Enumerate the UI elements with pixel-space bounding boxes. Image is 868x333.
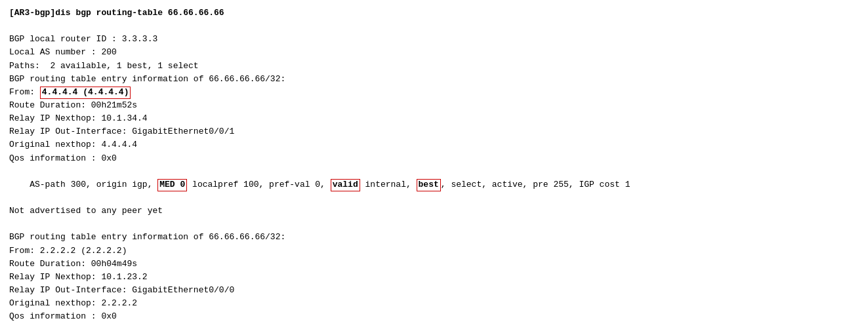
routing-table-entry-1: BGP routing table entry information of 6…	[9, 73, 859, 86]
command-line: [AR3-bgp]dis bgp routing-table 66.66.66.…	[9, 7, 859, 20]
routing-table-entry-2: BGP routing table entry information of 6…	[9, 231, 859, 244]
as-path-line-2: AS-path 100, origin igp, MED 1, localpre…	[9, 323, 859, 333]
terminal-window: [AR3-bgp]dis bgp routing-table 66.66.66.…	[0, 0, 868, 333]
valid-boxed: valid	[331, 179, 360, 191]
as-path-suffix-1: , select, active, pre 255, IGP cost 1	[441, 180, 630, 189]
relay-out-interface-2: Relay IP Out-Interface: GigabitEthernet0…	[9, 284, 859, 297]
from-line-1: From: 4.4.4.4 (4.4.4.4)	[9, 86, 859, 99]
local-as-number: Local AS number : 200	[9, 46, 859, 59]
qos-info-1: Qos information : 0x0	[9, 152, 859, 165]
original-nexthop-2: Original nexthop: 2.2.2.2	[9, 297, 859, 310]
as-path-prefix-1: AS-path 300, origin igp,	[30, 180, 157, 189]
best-boxed: best	[417, 179, 441, 191]
from-line-2: From: 2.2.2.2 (2.2.2.2)	[9, 245, 859, 258]
route-duration-2: Route Duration: 00h04m49s	[9, 258, 859, 271]
relay-nexthop-1: Relay IP Nexthop: 10.1.34.4	[9, 112, 859, 125]
qos-info-2: Qos information : 0x0	[9, 310, 859, 323]
route-duration-1: Route Duration: 00h21m52s	[9, 99, 859, 112]
relay-nexthop-2: Relay IP Nexthop: 10.1.23.2	[9, 271, 859, 284]
relay-out-interface-1: Relay IP Out-Interface: GigabitEthernet0…	[9, 125, 859, 138]
paths-info: Paths: 2 available, 1 best, 1 select	[9, 60, 859, 73]
bgp-router-id: BGP local router ID : 3.3.3.3	[9, 33, 859, 46]
as-path-middle2-1: internal,	[360, 180, 417, 189]
from-address-boxed-1: 4.4.4.4 (4.4.4.4)	[40, 87, 131, 99]
original-nexthop-1: Original nexthop: 4.4.4.4	[9, 138, 859, 151]
not-advertised-1: Not advertised to any peer yet	[9, 205, 859, 218]
as-path-middle-1: localpref 100, pref-val 0,	[187, 180, 330, 189]
as-path-line-1: AS-path 300, origin igp, MED 0 localpref…	[9, 165, 859, 205]
from-label-1: From:	[9, 87, 40, 97]
med-0-boxed: MED 0	[157, 179, 187, 191]
